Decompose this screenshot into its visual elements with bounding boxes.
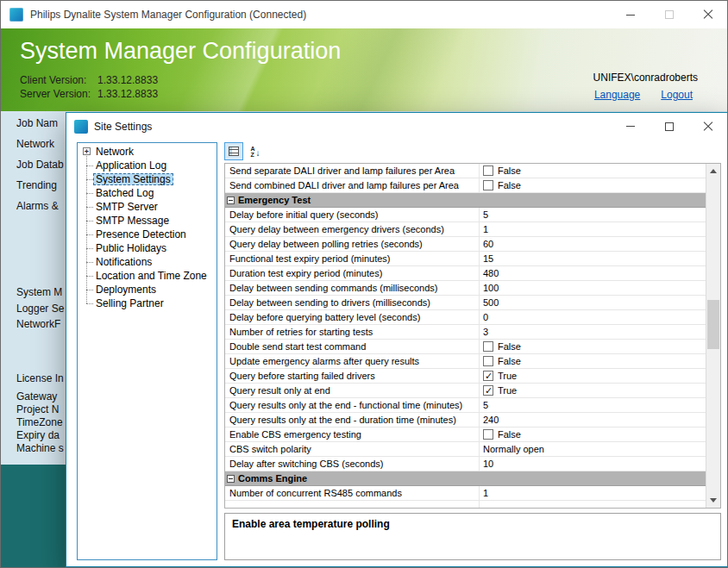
property-value[interactable]: 1 (480, 486, 706, 500)
checkbox-icon[interactable] (483, 356, 493, 366)
property-value[interactable]: 500 (480, 296, 706, 309)
property-value[interactable]: 15 (480, 252, 706, 265)
property-value[interactable]: False (480, 164, 706, 178)
bg-label: Alarms & (16, 200, 59, 212)
property-name[interactable]: Query before starting failed drivers (225, 369, 480, 383)
scrollbar-thumb[interactable] (707, 300, 719, 349)
property-name[interactable]: Number of retries for starting tests (225, 325, 480, 339)
tree-item-network[interactable]: +Network (78, 145, 217, 159)
property-value[interactable]: 1 (480, 222, 706, 236)
value-text: True (498, 384, 517, 397)
property-value[interactable]: 0 (480, 310, 706, 324)
checkbox-icon[interactable] (483, 341, 493, 352)
close-icon (703, 9, 713, 20)
dialog-maximize-button[interactable] (650, 113, 688, 140)
alphabetical-sort-button[interactable] (246, 142, 265, 160)
property-name[interactable]: Delay between sending commands (millisec… (225, 281, 480, 295)
checkbox-icon[interactable] (483, 180, 493, 190)
expand-plus-icon[interactable]: + (81, 145, 93, 159)
dialog-minimize-button[interactable] (611, 113, 650, 140)
value-text: 5 (483, 398, 488, 412)
tree-item-batched-log[interactable]: Batched Log (78, 186, 217, 200)
tree-item-notifications[interactable]: Notifications (78, 255, 217, 269)
property-name[interactable]: Query results only at the end - duration… (225, 413, 480, 427)
tree-item-public-holidays[interactable]: Public Holidays (78, 241, 217, 255)
value-text: 500 (483, 296, 499, 309)
property-name[interactable]: Enable CBS emergency testing (225, 428, 480, 441)
property-value[interactable]: 60 (480, 237, 706, 251)
plus-box-icon: + (83, 147, 91, 155)
property-value[interactable]: 480 (480, 266, 706, 280)
property-name[interactable]: Delay before querying battery level (sec… (225, 310, 480, 324)
tree-item-location-and-time-zone[interactable]: Location and Time Zone (78, 269, 217, 283)
checkbox-icon[interactable] (483, 165, 493, 176)
bg-label: Network (16, 138, 54, 150)
property-value[interactable]: Normally open (480, 442, 706, 456)
property-value[interactable]: 100 (480, 281, 706, 295)
tree-item-smtp-message[interactable]: SMTP Message (78, 214, 217, 228)
property-name[interactable]: Query result only at end (225, 384, 480, 397)
collapse-minus-icon[interactable] (227, 197, 235, 204)
property-value[interactable]: True (480, 369, 706, 383)
tree-item-system-settings[interactable]: System Settings (78, 172, 217, 186)
property-row (225, 501, 706, 508)
property-name[interactable]: Delay after switching CBS (seconds) (225, 457, 480, 471)
tree-item-deployments[interactable]: Deployments (78, 283, 217, 296)
maximize-button[interactable] (650, 1, 688, 28)
scroll-down-icon (710, 498, 717, 502)
tree-item-label: Application Log (93, 159, 169, 172)
bg-label: NetworkF (16, 318, 60, 330)
property-name[interactable]: Duration test expiry period (minutes) (225, 266, 480, 280)
property-name[interactable]: Functional test expiry period (minutes) (225, 252, 480, 265)
property-name[interactable]: Number of concurrent RS485 commands (225, 486, 480, 500)
property-name[interactable]: Query delay between emergency drivers (s… (225, 222, 480, 236)
dialog-titlebar[interactable]: Site Settings (66, 113, 727, 140)
property-name[interactable]: CBS switch polarity (225, 442, 480, 456)
property-value[interactable]: True (480, 384, 706, 397)
tree-item-presence-detection[interactable]: Presence Detection (78, 228, 217, 241)
minimize-button[interactable] (611, 1, 650, 28)
dialog-close-button[interactable] (688, 113, 727, 140)
scroll-up-button[interactable] (706, 164, 720, 178)
property-value[interactable]: False (480, 340, 706, 353)
property-value[interactable]: 240 (480, 413, 706, 427)
property-row: Query before starting failed driversTrue (225, 369, 706, 384)
dialog-title: Site Settings (94, 121, 152, 133)
logout-link[interactable]: Logout (661, 89, 693, 101)
property-value[interactable]: 5 (480, 398, 706, 412)
checkbox-icon[interactable] (483, 385, 493, 396)
property-name[interactable]: Query results only at the end - function… (225, 398, 480, 412)
collapse-minus-icon[interactable] (227, 475, 235, 483)
categorized-view-button[interactable] (224, 142, 243, 160)
checkbox-icon[interactable] (483, 429, 493, 440)
vertical-scrollbar[interactable] (706, 164, 720, 508)
property-name[interactable]: Double send start test command (225, 340, 480, 353)
category-row[interactable]: Emergency Test (225, 193, 706, 208)
checkbox-icon[interactable] (483, 371, 493, 381)
tree-item-selling-partner[interactable]: Selling Partner (78, 296, 217, 310)
main-titlebar[interactable]: Philips Dynalite System Manager Configur… (1, 1, 727, 28)
property-value[interactable] (480, 501, 706, 508)
property-name[interactable]: Update emergency alarms after query resu… (225, 354, 480, 368)
bg-label: TimeZone (16, 416, 63, 428)
property-value[interactable]: False (480, 178, 706, 192)
property-value[interactable]: False (480, 428, 706, 441)
language-link[interactable]: Language (594, 89, 640, 101)
property-name[interactable]: Query delay between polling retries (sec… (225, 237, 480, 251)
property-value[interactable]: False (480, 354, 706, 368)
tree-item-smtp-server[interactable]: SMTP Server (78, 200, 217, 214)
property-name[interactable] (225, 501, 480, 508)
scroll-down-button[interactable] (706, 493, 720, 508)
property-name[interactable]: Delay between sending to drivers (millis… (225, 296, 480, 309)
property-name[interactable]: Send combined DALI driver and lamp failu… (225, 178, 480, 192)
property-value[interactable]: 5 (480, 208, 706, 222)
settings-tree[interactable]: +NetworkApplication LogSystem SettingsBa… (77, 142, 217, 560)
property-value[interactable]: 3 (480, 325, 706, 339)
property-name[interactable]: Delay before initial query (seconds) (225, 208, 480, 222)
property-value[interactable]: 10 (480, 457, 706, 471)
category-row[interactable]: Comms Engine (225, 471, 706, 486)
property-name[interactable]: Send separate DALI driver and lamp failu… (225, 164, 480, 178)
close-button[interactable] (688, 1, 727, 28)
tree-item-application-log[interactable]: Application Log (78, 159, 217, 172)
main-window-title: Philips Dynalite System Manager Configur… (30, 9, 306, 21)
